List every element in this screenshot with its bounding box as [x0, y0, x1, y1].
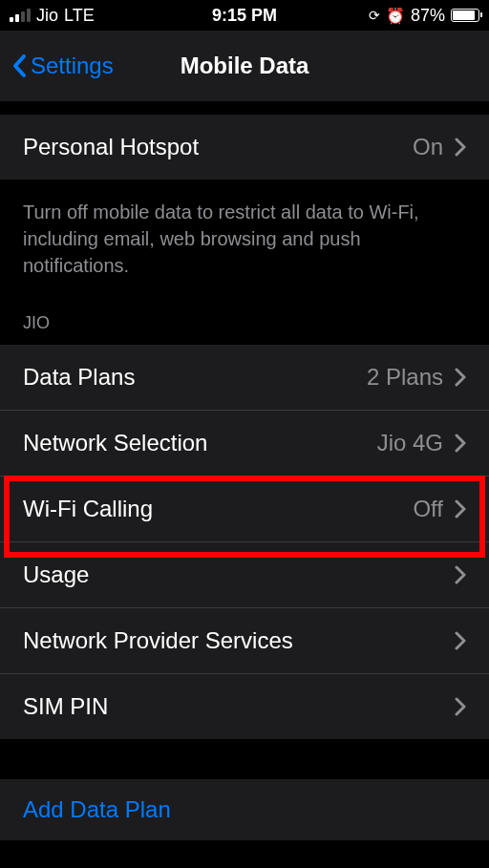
orientation-lock-icon: ⟳: [369, 8, 380, 23]
battery-icon: [451, 9, 479, 22]
row-label: Network Selection: [23, 430, 207, 456]
add-data-plan-link[interactable]: Add Data Plan: [0, 779, 489, 840]
chevron-left-icon: [11, 53, 27, 78]
chevron-right-icon: [455, 631, 466, 650]
back-button[interactable]: Settings: [11, 53, 114, 79]
hotspot-label: Personal Hotspot: [23, 134, 199, 160]
nav-bar: Settings Mobile Data: [0, 31, 489, 101]
carrier-settings-list: Data Plans 2 Plans Network Selection Jio…: [0, 345, 489, 739]
sim-pin-row[interactable]: SIM PIN: [0, 674, 489, 739]
time-label: 9:15 PM: [212, 6, 277, 26]
network-label: LTE: [64, 6, 95, 26]
chevron-right-icon: [455, 499, 466, 519]
row-value: 2 Plans: [367, 364, 443, 391]
carrier-label: Jio: [36, 6, 58, 26]
section-header: JIO: [0, 306, 489, 345]
personal-hotspot-row[interactable]: Personal Hotspot On: [0, 115, 489, 180]
chevron-right-icon: [455, 368, 466, 387]
chevron-right-icon: [455, 434, 466, 453]
row-label: Wi-Fi Calling: [23, 496, 153, 522]
row-label: Data Plans: [23, 364, 135, 391]
row-label: Usage: [23, 561, 89, 588]
row-label: Network Provider Services: [23, 627, 293, 654]
page-title: Mobile Data: [181, 53, 309, 79]
wifi-calling-row[interactable]: Wi-Fi Calling Off: [0, 476, 489, 542]
row-value: Jio 4G: [377, 430, 443, 456]
status-right: ⟳ ⏰ 87%: [369, 6, 479, 26]
signal-icon: [10, 9, 31, 22]
data-plans-row[interactable]: Data Plans 2 Plans: [0, 345, 489, 411]
row-label: SIM PIN: [23, 693, 108, 720]
hotspot-section: Personal Hotspot On: [0, 115, 489, 180]
chevron-right-icon: [455, 697, 466, 716]
status-bar: Jio LTE 9:15 PM ⟳ ⏰ 87%: [0, 0, 489, 31]
back-label: Settings: [31, 53, 114, 79]
hotspot-value: On: [413, 134, 443, 160]
chevron-right-icon: [455, 565, 466, 584]
status-left: Jio LTE: [10, 6, 95, 26]
alarm-icon: ⏰: [386, 7, 405, 25]
usage-row[interactable]: Usage: [0, 542, 489, 608]
network-selection-row[interactable]: Network Selection Jio 4G: [0, 411, 489, 476]
description-text: Turn off mobile data to restrict all dat…: [0, 180, 489, 306]
network-provider-services-row[interactable]: Network Provider Services: [0, 608, 489, 674]
battery-percent: 87%: [411, 6, 445, 26]
chevron-right-icon: [455, 138, 466, 157]
row-value: Off: [413, 496, 443, 522]
